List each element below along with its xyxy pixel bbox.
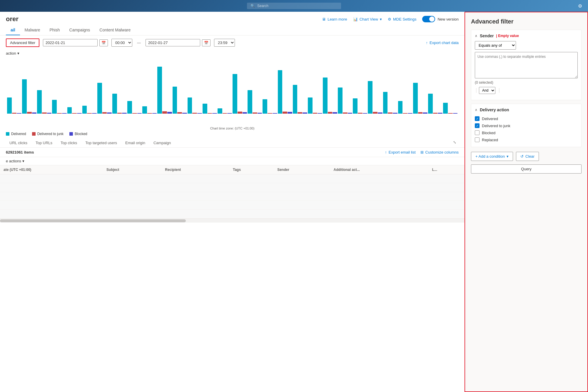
checkbox-delivered-box[interactable] [475,116,480,121]
mde-settings-button[interactable]: ⚙ MDE Settings [388,17,416,21]
table-row[interactable] [0,183,465,192]
chart-bar-junk [298,112,302,114]
delivery-action-section: ∧ Delivery action Delivered Delivered to… [471,104,582,147]
search-box[interactable]: 🔍 Search [247,3,341,9]
bar-group [173,87,187,114]
bar-group [323,78,337,114]
chart-bar-junk [448,113,453,114]
checkbox-delivered-junk-box[interactable] [475,123,480,128]
blocked-dot [69,132,73,136]
checkbox-delivered-junk[interactable]: Delivered to junk [475,122,578,129]
expand-icon[interactable]: ⤡ [451,139,459,147]
checkbox-delivered[interactable]: Delivered [475,115,578,122]
col-additional-actions[interactable]: Additional act... [330,165,428,174]
export-email-list-button[interactable]: ↑ Export email list [385,150,415,154]
selected-count: (0 selected) [475,80,578,85]
chart-bar-junk [117,113,122,114]
delivery-chevron-icon[interactable]: ∧ [475,108,477,112]
checkbox-blocked[interactable]: Blocked [475,129,578,136]
bar-group [82,106,97,114]
learn-more-button[interactable]: 🖥 Learn more [322,17,347,21]
bar-group [67,107,82,114]
subtab-top-targeted-users[interactable]: Top targeted users [82,139,121,147]
table-row[interactable] [0,174,465,183]
chart-bar-blocked [303,112,307,114]
subtab-top-clicks[interactable]: Top clicks [57,139,81,147]
bar-group [97,83,112,114]
time-from-select[interactable]: 00:00 [111,39,132,47]
date-to-input[interactable] [146,39,200,46]
email-action-dropdown[interactable]: e actions ▾ [6,159,24,163]
chart-bar-blocked [363,113,368,114]
chart-bar-blocked [182,113,187,114]
table-row[interactable] [0,192,465,201]
toggle-switch[interactable] [422,16,435,22]
chart-bar [37,90,42,114]
query-button[interactable]: Query [471,164,582,174]
checkbox-blocked-box[interactable] [475,130,480,135]
calendar-to-button[interactable]: 📅 [202,39,211,46]
advanced-filter-button[interactable]: Advanced filter [6,38,39,47]
chart-bar [308,97,313,114]
table-row[interactable] [0,210,465,218]
new-version-toggle[interactable]: New version [422,16,459,22]
add-condition-button[interactable]: + Add a condition ▾ [471,152,513,161]
tab-campaigns[interactable]: Campaigns [65,25,95,35]
sender-filter-textarea[interactable] [475,52,578,78]
chart-icon: 📊 [353,17,358,21]
subtab-email-origin[interactable]: Email origin [122,139,149,147]
calendar-from-button[interactable]: 📅 [99,39,108,46]
item-count: 62921061 items [6,150,34,154]
equals-any-of-dropdown[interactable]: Equals any of [475,41,516,50]
chart-bar [97,83,102,114]
and-select[interactable]: And [479,87,495,94]
sender-chevron-icon[interactable]: ∧ [475,34,477,38]
chart-bar-junk [177,112,182,114]
col-recipient[interactable]: Recipient [161,165,229,174]
chart-bar [398,101,403,114]
col-last[interactable]: L... [429,165,465,174]
scrollbar-thumb[interactable] [0,219,186,222]
export-chart-button[interactable]: ↑ Export chart data [426,41,459,45]
chart-bar-junk [192,113,197,114]
clear-button[interactable]: ↺ Clear [516,152,539,161]
connector-line-2 [499,88,500,93]
tab-content-malware[interactable]: Content Malware [95,25,135,35]
subtab-campaign[interactable]: Campaign [150,139,174,147]
date-from-input[interactable] [43,39,98,46]
subtab-url-clicks[interactable]: URL clicks [6,139,31,147]
table-row[interactable] [0,201,465,210]
monitor-icon: 🖥 [322,17,326,21]
tab-malware[interactable]: Malware [20,25,45,35]
chart-bar-junk [238,112,242,114]
chart-bar-junk [313,113,318,114]
main-layout: orer 🖥 Learn more 📊 Chart View ▾ ⚙ MDE S… [0,12,588,392]
action-dropdown[interactable]: action ▾ [6,51,19,55]
chart-view-button[interactable]: 📊 Chart View ▾ [353,17,382,21]
chart-bar-junk [253,112,257,114]
col-date[interactable]: ate (UTC +01:00) [0,165,103,174]
delivery-section-title: Delivery action [480,107,509,112]
bar-group [428,94,442,114]
chart-bar-junk [132,113,137,114]
checkbox-replaced[interactable]: Replaced [475,136,578,143]
col-sender[interactable]: Sender [274,165,330,174]
chart-bar-blocked [122,113,127,114]
bar-group [353,98,367,114]
chart-bar [428,94,433,114]
customize-columns-button[interactable]: ⊞ Customize columns [420,150,459,154]
settings-icon[interactable]: ⚙ [578,4,582,9]
checkbox-replaced-box[interactable] [475,137,480,142]
col-tags[interactable]: Tags [229,165,274,174]
chart-bar-blocked [47,113,52,114]
chart-bar [353,98,358,114]
horizontal-scrollbar[interactable] [0,218,465,223]
tab-email[interactable]: ail [6,25,20,35]
chart-bar-blocked [288,112,292,114]
col-subject[interactable]: Subject [103,165,161,174]
main-tabs: ail Malware Phish Campaigns Content Malw… [0,23,465,36]
chart-bar [443,103,448,114]
subtab-top-urls[interactable]: Top URLs [32,139,56,147]
time-to-select[interactable]: 23:59 [214,39,235,47]
tab-phish[interactable]: Phish [45,25,64,35]
